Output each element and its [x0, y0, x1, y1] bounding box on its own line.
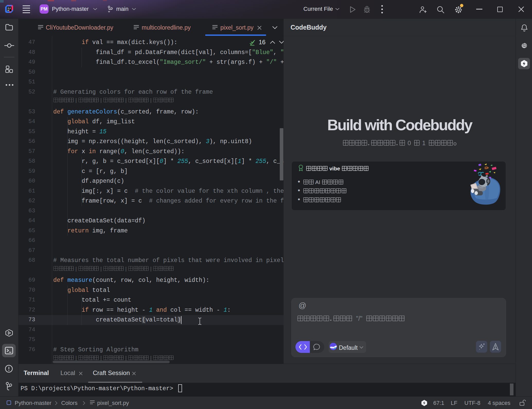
svg-text:IJ: IJ: [7, 7, 11, 10]
